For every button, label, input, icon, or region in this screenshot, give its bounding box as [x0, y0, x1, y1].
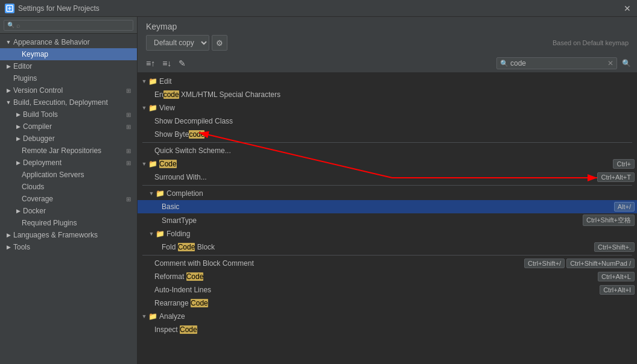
sidebar-item-label: Languages & Frameworks: [13, 231, 98, 239]
km-folding-label: Folding: [166, 230, 635, 238]
km-rearrange-code-label: Rearrange Code: [154, 299, 635, 307]
sidebar-item-label: Deployment: [23, 158, 62, 167]
keymap-tree: ▼ 📁 Edit Encode XML/HTML Special Charact…: [138, 72, 637, 364]
folder-icon-completion: 📁: [156, 189, 165, 198]
folder-icon-code: 📁: [148, 160, 157, 168]
scheme-select[interactable]: Default copy: [146, 35, 209, 51]
sidebar-item-label: Remote Jar Repositories: [22, 146, 101, 155]
km-code-folder[interactable]: ▼ 📁 Code Ctrl+: [138, 157, 637, 171]
sidebar-item-deployment[interactable]: ▶ Deployment ⊞: [0, 157, 137, 169]
ext-icon-coverage: ⊞: [126, 195, 135, 202]
keymap-search-input[interactable]: [510, 59, 606, 67]
keymap-toolbar: Default copy ⚙ Based on Default keymap: [146, 35, 629, 51]
km-surround-with[interactable]: Surround With... Ctrl+Alt+T: [138, 171, 637, 184]
sidebar-search-input[interactable]: [16, 22, 130, 29]
sidebar-item-label: Editor: [13, 62, 32, 71]
ext-icon-remote-jar: ⊞: [126, 147, 135, 154]
sidebar-item-plugins[interactable]: Plugins: [0, 72, 137, 84]
folder-icon-folding: 📁: [156, 230, 165, 238]
sidebar-item-keymap[interactable]: Keymap: [0, 48, 137, 60]
km-view-folder[interactable]: ▼ 📁 View: [138, 101, 637, 115]
sidebar-item-label: Keymap: [22, 50, 48, 58]
sidebar-item-languages[interactable]: ▶ Languages & Frameworks: [0, 229, 137, 241]
km-show-decompiled[interactable]: Show Decompiled Class: [138, 115, 637, 128]
sidebar-item-build-tools[interactable]: ▶ Build Tools ⊞: [0, 108, 137, 121]
sidebar-item-appearance[interactable]: ▼ Appearance & Behavior: [0, 36, 137, 48]
km-reformat-code-label: Reformat Code: [154, 272, 598, 281]
gear-button[interactable]: ⚙: [212, 35, 227, 51]
sidebar-item-editor[interactable]: ▶ Editor: [0, 60, 137, 72]
km-completion-label: Completion: [166, 189, 635, 198]
arrow-editor: ▶: [5, 63, 12, 70]
find-shortcut-button[interactable]: 🔍: [622, 59, 631, 67]
km-fold-shortcuts: Ctrl+Shift+.: [594, 242, 635, 252]
km-edit-folder[interactable]: ▼ 📁 Edit: [138, 75, 637, 88]
sidebar-header: 🔍: [0, 17, 137, 34]
collapse-all-button[interactable]: ≡↑: [144, 57, 157, 69]
km-comment-block-shortcuts: Ctrl+Shift+/ Ctrl+Shift+NumPad /: [524, 259, 635, 268]
sidebar-item-app-servers[interactable]: Application Servers: [0, 169, 137, 181]
sidebar-item-required-plugins[interactable]: Required Plugins: [0, 217, 137, 229]
km-auto-indent-shortcuts: Ctrl+Alt+I: [600, 285, 635, 295]
km-surround-shortcuts: Ctrl+Alt+T: [597, 172, 635, 182]
km-inspect-code[interactable]: Inspect Code: [138, 323, 637, 336]
km-auto-indent[interactable]: Auto-Indent Lines Ctrl+Alt+I: [138, 283, 637, 297]
arrow-docker: ▶: [14, 207, 22, 215]
km-auto-indent-shortcut: Ctrl+Alt+I: [600, 285, 635, 295]
sidebar-item-debugger[interactable]: ▶ Debugger: [0, 133, 137, 145]
action-toolbar: ≡↑ ≡↓ ✎ 🔍 ✕ 🔍: [138, 55, 637, 72]
sidebar-item-label: Clouds: [22, 183, 44, 191]
sidebar-item-clouds[interactable]: Clouds: [0, 181, 137, 193]
km-code-label: Code: [159, 160, 613, 168]
ext-icon-version-control: ⊞: [126, 87, 135, 94]
km-quick-switch[interactable]: Quick Switch Scheme...: [138, 144, 637, 157]
km-fold-code-block[interactable]: Fold Code Block Ctrl+Shift+.: [138, 240, 637, 254]
keymap-search-wrap[interactable]: 🔍 ✕: [496, 57, 617, 69]
sidebar-item-version-control[interactable]: ▶ Version Control ⊞: [0, 84, 137, 96]
sidebar-item-coverage[interactable]: Coverage ⊞: [0, 193, 137, 205]
sidebar-item-label: Appearance & Behavior: [13, 38, 90, 46]
km-show-bytecode[interactable]: Show Bytecode: [138, 128, 637, 141]
km-smarttype[interactable]: SmartType Ctrl+Shift+空格: [138, 213, 637, 227]
km-smarttype-label: SmartType: [162, 216, 583, 225]
arrow-debugger: ▶: [14, 135, 22, 142]
sidebar-item-compiler[interactable]: ▶ Compiler ⊞: [0, 121, 137, 133]
sidebar-item-label: Tools: [13, 243, 30, 251]
km-basic-shortcuts: Alt+/: [614, 202, 635, 212]
clear-search-button[interactable]: ✕: [607, 59, 613, 67]
km-encode-xml[interactable]: Encode XML/HTML Special Characters: [138, 88, 637, 101]
window-title: Settings for New Projects: [18, 4, 623, 13]
sidebar-search-box[interactable]: 🔍: [4, 20, 133, 31]
separator-2: [142, 185, 632, 186]
km-analyze-label: Analyze: [159, 312, 635, 321]
km-auto-indent-label: Auto-Indent Lines: [154, 286, 600, 294]
km-comment-block[interactable]: Comment with Block Comment Ctrl+Shift+/ …: [138, 257, 637, 270]
sidebar-item-label: Compiler: [23, 122, 52, 131]
km-reformat-code[interactable]: Reformat Code Ctrl+Alt+L: [138, 270, 637, 283]
search-icon: 🔍: [7, 22, 14, 28]
content-header: Keymap Default copy ⚙ Based on Default k…: [138, 17, 637, 55]
km-completion-folder[interactable]: ▼ 📁 Completion: [138, 187, 637, 200]
km-rearrange-code[interactable]: Rearrange Code: [138, 297, 637, 310]
edit-shortcut-button[interactable]: ✎: [176, 57, 188, 69]
expand-all-button[interactable]: ≡↓: [160, 57, 174, 69]
km-quick-switch-label: Quick Switch Scheme...: [154, 146, 635, 155]
close-button[interactable]: ✕: [623, 4, 632, 13]
sidebar-item-remote-jar[interactable]: Remote Jar Repositories ⊞: [0, 145, 137, 157]
sidebar-item-build-execution[interactable]: ▼ Build, Execution, Deployment: [0, 96, 137, 108]
arrow-folding: ▼: [147, 231, 156, 237]
km-folding-folder[interactable]: ▼ 📁 Folding: [138, 227, 637, 240]
sidebar-item-label: Build, Execution, Deployment: [13, 98, 108, 107]
arrow-build-tools: ▶: [14, 111, 22, 118]
km-surround-shortcut: Ctrl+Alt+T: [597, 172, 635, 182]
content-title: Keymap: [146, 22, 629, 31]
km-basic[interactable]: Basic Alt+/: [138, 200, 637, 213]
km-analyze-folder[interactable]: ▼ 📁 Analyze: [138, 310, 637, 323]
km-reformat-shortcut: Ctrl+Alt+L: [598, 272, 635, 281]
sidebar-item-tools[interactable]: ▶ Tools: [0, 241, 137, 253]
sidebar-item-label: Docker: [23, 207, 46, 215]
sidebar-item-docker[interactable]: ▶ Docker: [0, 205, 137, 217]
km-reformat-shortcuts: Ctrl+Alt+L: [598, 272, 635, 281]
arrow-appearance: ▼: [5, 39, 12, 46]
arrow-version-control: ▶: [5, 87, 12, 94]
